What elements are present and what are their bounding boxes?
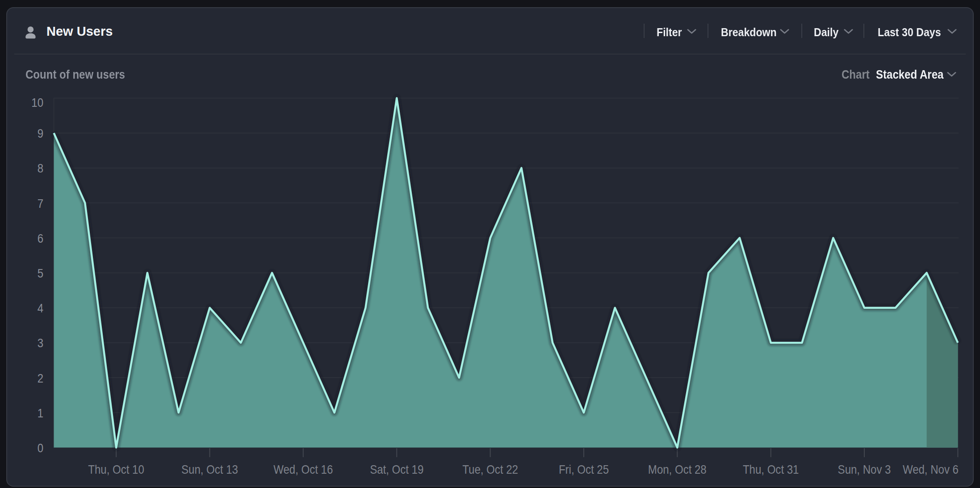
svg-text:Thu, Oct 10: Thu, Oct 10 — [88, 463, 144, 476]
svg-text:3: 3 — [38, 337, 43, 350]
svg-text:4: 4 — [38, 302, 43, 315]
svg-text:9: 9 — [38, 127, 43, 140]
svg-text:5: 5 — [38, 267, 43, 280]
svg-text:1: 1 — [38, 407, 43, 420]
svg-text:Wed, Oct 16: Wed, Oct 16 — [273, 463, 333, 476]
svg-text:Thu, Oct 31: Thu, Oct 31 — [743, 463, 799, 476]
svg-text:0: 0 — [38, 442, 43, 455]
svg-text:Wed, Nov 6: Wed, Nov 6 — [903, 463, 959, 476]
svg-text:10: 10 — [31, 96, 43, 109]
svg-text:Sun, Nov 3: Sun, Nov 3 — [838, 463, 891, 476]
svg-text:6: 6 — [38, 232, 43, 245]
svg-text:Tue, Oct 22: Tue, Oct 22 — [462, 463, 518, 476]
svg-text:Fri, Oct 25: Fri, Oct 25 — [559, 463, 609, 476]
svg-text:Sat, Oct 19: Sat, Oct 19 — [370, 463, 423, 476]
svg-text:Mon, Oct 28: Mon, Oct 28 — [648, 463, 707, 476]
svg-text:Sun, Oct 13: Sun, Oct 13 — [181, 463, 238, 476]
svg-text:2: 2 — [38, 371, 43, 385]
svg-text:8: 8 — [38, 162, 43, 175]
svg-text:7: 7 — [38, 197, 43, 210]
